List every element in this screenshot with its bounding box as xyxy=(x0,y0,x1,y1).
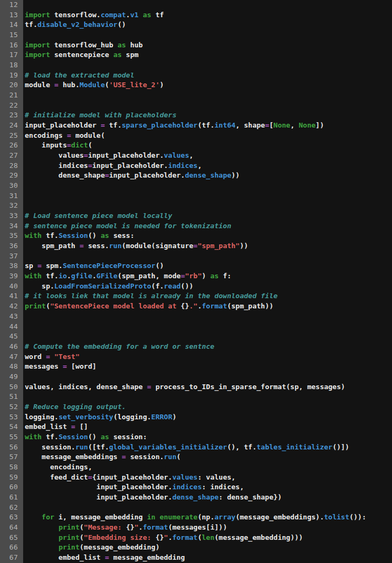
code-line[interactable]: # initialize model with placeholders xyxy=(25,110,392,121)
code-line[interactable] xyxy=(25,332,392,342)
string-token: "rb" xyxy=(185,272,201,280)
attribute-token: io xyxy=(59,272,67,280)
code-line[interactable]: # load the extracted model xyxy=(25,71,392,81)
operator-token: = xyxy=(193,242,198,250)
code-token: ) xyxy=(159,81,164,89)
code-line[interactable]: logging.set_verbosity(logging.ERROR) xyxy=(25,412,392,423)
code-line[interactable]: encodings = module( xyxy=(25,131,392,141)
attribute-token: LoadFromSerializedProto xyxy=(54,282,151,290)
code-token: [ xyxy=(269,121,274,129)
keyword-token: print xyxy=(59,543,80,551)
code-line[interactable] xyxy=(25,312,392,322)
code-line[interactable] xyxy=(25,0,392,10)
code-line[interactable] xyxy=(25,60,392,71)
code-line[interactable] xyxy=(25,90,392,101)
code-token: : dense_shape}) xyxy=(219,493,282,501)
code-line[interactable]: print("Message: {}".format(messages[i])) xyxy=(25,523,392,533)
code-line[interactable]: import tensorflow_hub as hub xyxy=(25,40,392,51)
code-token: . xyxy=(168,533,172,541)
code-line[interactable]: input_placeholder.dense_shape: dense_sha… xyxy=(25,492,392,503)
code-line[interactable]: print("Embedding size: {}".format(len(me… xyxy=(25,533,392,543)
code-line[interactable] xyxy=(25,392,392,402)
code-line[interactable]: for i, message_embedding in enumerate(np… xyxy=(25,512,392,523)
code-line[interactable]: values, indices, dense_shape = process_t… xyxy=(25,382,392,392)
code-line[interactable] xyxy=(25,101,392,111)
code-line[interactable]: messages = [word] xyxy=(25,362,392,372)
code-line[interactable]: embed_list = message_embedding xyxy=(25,553,392,563)
code-line[interactable]: print("SentencePiece model loaded at {}.… xyxy=(25,301,392,312)
code-token: sess. xyxy=(84,242,109,250)
code-line[interactable] xyxy=(25,181,392,191)
code-token: (spm_path)) xyxy=(227,302,274,310)
line-number: 16 xyxy=(0,40,18,51)
code-line[interactable]: input_placeholder.indices: indices, xyxy=(25,482,392,492)
code-line[interactable] xyxy=(25,372,392,382)
code-token: {} xyxy=(126,523,135,531)
code-line[interactable]: # it looks liek that model is already in… xyxy=(25,291,392,301)
line-number: 28 xyxy=(0,161,18,171)
code-line[interactable]: indices=input_placeholder.indices, xyxy=(25,161,392,171)
code-area[interactable]: import tensorflow.compat.v1 as tftf.disa… xyxy=(23,0,392,563)
line-number: 64 xyxy=(0,523,18,533)
code-line[interactable]: # sentence piece model is needed for tok… xyxy=(25,221,392,231)
code-line[interactable]: # Load sentence piece model locally xyxy=(25,211,392,221)
line-number: 23 xyxy=(0,110,18,121)
code-token: (messages[i])) xyxy=(168,523,227,531)
code-line[interactable]: feed_dict={input_placeholder.values: val… xyxy=(25,473,392,483)
code-line[interactable]: message_embeddings = session.run( xyxy=(25,452,392,462)
code-line[interactable]: sp = spm.SentencePieceProcessor() xyxy=(25,261,392,271)
code-line[interactable]: dense_shape=input_placeholder.dense_shap… xyxy=(25,171,392,181)
code-token: () xyxy=(156,262,164,270)
code-line[interactable]: with tf.Session() as session: xyxy=(25,432,392,442)
code-line[interactable]: print(message_embedding) xyxy=(25,543,392,553)
line-number: 49 xyxy=(0,372,18,382)
code-line[interactable]: with tf.io.gfile.GFile(spm_path, mode="r… xyxy=(25,271,392,282)
code-token: sp xyxy=(25,262,37,270)
code-line[interactable]: # Reduce logging output. xyxy=(25,402,392,412)
attribute-token: global_variables_initializer xyxy=(109,443,227,451)
code-line[interactable]: values=input_placeholder.values, xyxy=(25,151,392,161)
code-line[interactable]: tf.disable_v2_behavior() xyxy=(25,20,392,30)
code-token: . xyxy=(92,272,96,280)
line-number: 25 xyxy=(0,131,18,141)
code-line[interactable]: import sentencepiece as spm xyxy=(25,50,392,60)
code-line[interactable] xyxy=(25,503,392,513)
code-token: tf. xyxy=(41,433,58,441)
attribute-token: dense_shape xyxy=(172,493,219,501)
code-line[interactable]: spm_path = sess.run(module(signature="sp… xyxy=(25,241,392,251)
code-line[interactable]: with tf.Session() as sess: xyxy=(25,231,392,241)
comment-token: # sentence piece model is needed for tok… xyxy=(25,222,232,230)
code-token: message_embedding xyxy=(109,553,185,561)
keyword-token: with xyxy=(25,433,41,441)
keyword-token: enumerate xyxy=(159,513,197,521)
code-line[interactable] xyxy=(25,322,392,332)
code-line[interactable]: module = hub.Module('USE_lite_2') xyxy=(25,80,392,90)
code-token: i, message_embedding xyxy=(54,513,147,521)
code-line[interactable]: encodings, xyxy=(25,462,392,473)
code-editor[interactable]: 1213141516171819202122232425262728293031… xyxy=(0,0,392,563)
code-line[interactable]: sp.LoadFromSerializedProto(f.read()) xyxy=(25,282,392,292)
code-line[interactable]: session.run([tf.global_variables_initial… xyxy=(25,442,392,453)
line-number: 55 xyxy=(0,432,18,442)
string-token: "SentencePiece model loaded at xyxy=(50,302,181,310)
code-token: sess: xyxy=(109,231,135,240)
code-line[interactable] xyxy=(25,201,392,211)
code-line[interactable]: input_placeholder = tf.sparse_placeholde… xyxy=(25,121,392,131)
code-line[interactable]: # Compute the embedding for a word or se… xyxy=(25,342,392,352)
code-line[interactable] xyxy=(25,251,392,262)
code-line[interactable]: inputs=dict( xyxy=(25,140,392,151)
code-token: {} xyxy=(156,533,164,541)
code-token: messages xyxy=(25,362,62,370)
code-token: . xyxy=(126,11,130,19)
code-line[interactable] xyxy=(25,191,392,201)
code-line[interactable] xyxy=(25,30,392,40)
code-token: module( xyxy=(71,131,105,139)
code-token: () xyxy=(117,20,126,29)
line-number: 58 xyxy=(0,462,18,473)
code-line[interactable]: embed_list = [] xyxy=(25,422,392,432)
attribute-token: values xyxy=(164,151,189,159)
attribute-token: array xyxy=(214,513,235,521)
code-line[interactable]: import tensorflow.compat.v1 as tf xyxy=(25,10,392,20)
line-number: 29 xyxy=(0,171,18,181)
code-line[interactable]: word = "Test" xyxy=(25,352,392,362)
